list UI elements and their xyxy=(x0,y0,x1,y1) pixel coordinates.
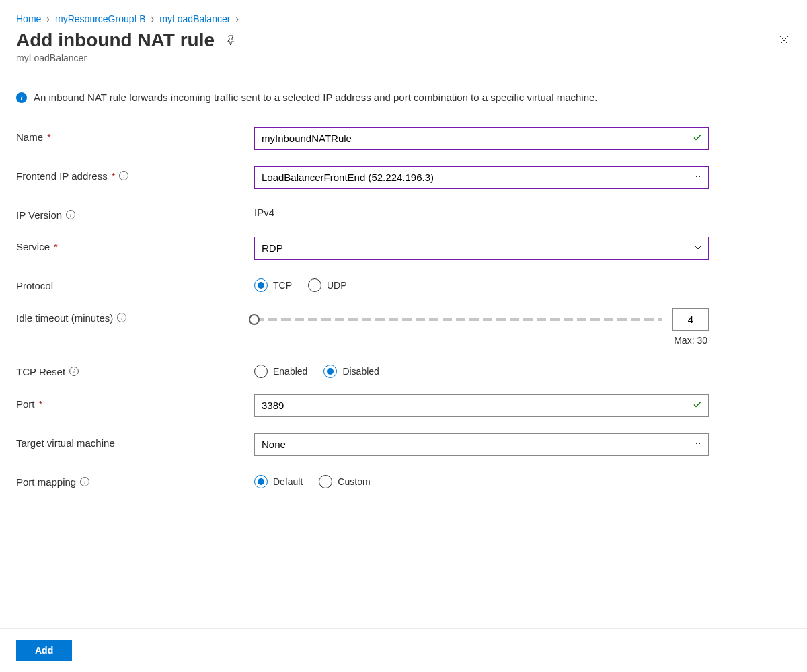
help-icon[interactable]: i xyxy=(119,171,128,180)
port-label: Port xyxy=(16,398,35,410)
name-input[interactable] xyxy=(254,127,709,150)
help-icon[interactable]: i xyxy=(80,477,89,486)
info-icon: i xyxy=(16,92,27,103)
required-indicator: * xyxy=(112,170,116,182)
breadcrumb-load-balancer[interactable]: myLoadBalancer xyxy=(159,13,230,24)
idle-timeout-label: Idle timeout (minutes) xyxy=(16,312,113,324)
service-label: Service xyxy=(16,241,50,252)
port-mapping-default-label: Default xyxy=(273,476,303,487)
slider-thumb[interactable] xyxy=(249,314,260,325)
port-mapping-custom-radio[interactable]: Custom xyxy=(319,475,370,488)
chevron-right-icon: › xyxy=(151,13,155,24)
target-vm-select[interactable] xyxy=(254,433,709,456)
help-icon[interactable]: i xyxy=(66,210,75,219)
port-mapping-custom-label: Custom xyxy=(338,476,370,487)
ip-version-value: IPv4 xyxy=(254,205,709,218)
frontend-ip-label: Frontend IP address xyxy=(16,170,108,182)
idle-timeout-value[interactable] xyxy=(672,308,709,331)
help-icon[interactable]: i xyxy=(69,367,79,376)
protocol-label: Protocol xyxy=(16,280,53,291)
tcp-reset-disabled-radio[interactable]: Disabled xyxy=(323,365,379,378)
port-mapping-default-radio[interactable]: Default xyxy=(254,475,303,488)
target-vm-label: Target virtual machine xyxy=(16,437,115,449)
service-select[interactable] xyxy=(254,237,709,260)
tcp-reset-enabled-radio[interactable]: Enabled xyxy=(254,365,307,378)
tcp-reset-disabled-label: Disabled xyxy=(342,366,379,377)
tcp-reset-enabled-label: Enabled xyxy=(273,366,307,377)
check-icon xyxy=(693,133,702,144)
protocol-udp-radio[interactable]: UDP xyxy=(308,278,347,292)
breadcrumb-resource-group[interactable]: myResourceGroupLB xyxy=(55,13,146,24)
info-banner: i An inbound NAT rule forwards incoming … xyxy=(16,90,702,106)
port-mapping-label: Port mapping xyxy=(16,476,76,488)
required-indicator: * xyxy=(54,241,58,252)
page-title: Add inbound NAT rule xyxy=(16,30,215,51)
pin-icon[interactable] xyxy=(225,35,236,46)
required-indicator: * xyxy=(47,131,51,143)
tcp-reset-label: TCP Reset xyxy=(16,366,65,377)
port-input[interactable] xyxy=(254,394,709,417)
protocol-tcp-radio[interactable]: TCP xyxy=(254,278,292,292)
breadcrumb-home[interactable]: Home xyxy=(16,13,41,24)
name-label: Name xyxy=(16,131,43,143)
chevron-right-icon: › xyxy=(46,13,50,24)
protocol-udp-label: UDP xyxy=(327,280,347,291)
idle-timeout-max: Max: 30 xyxy=(254,335,709,346)
info-text: An inbound NAT rule forwards incoming tr… xyxy=(34,90,598,106)
help-icon[interactable]: i xyxy=(117,313,126,322)
close-icon[interactable] xyxy=(777,34,791,47)
idle-timeout-slider[interactable] xyxy=(254,318,662,321)
frontend-ip-select[interactable] xyxy=(254,166,709,189)
check-icon xyxy=(693,400,702,411)
breadcrumb: Home › myResourceGroupLB › myLoadBalance… xyxy=(16,13,791,24)
chevron-right-icon: › xyxy=(235,13,239,24)
page-subtitle: myLoadBalancer xyxy=(16,52,791,63)
protocol-tcp-label: TCP xyxy=(273,280,292,291)
ip-version-label: IP Version xyxy=(16,209,62,221)
required-indicator: * xyxy=(39,398,43,410)
